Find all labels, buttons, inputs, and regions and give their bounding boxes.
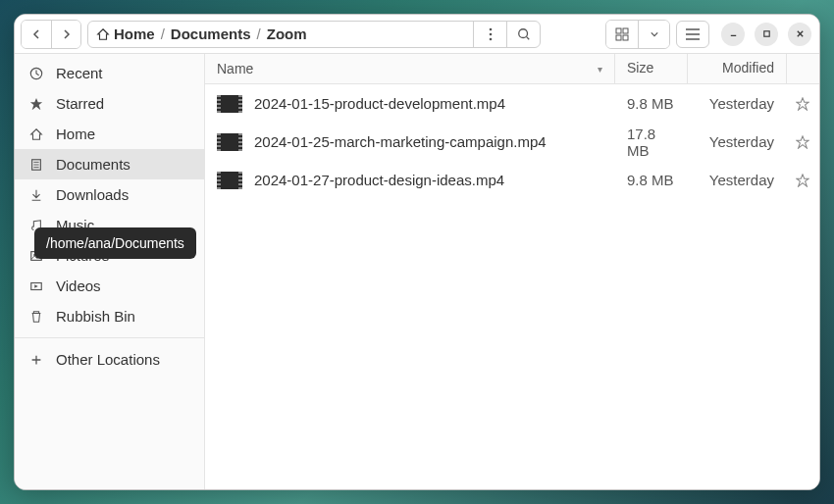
breadcrumb-current[interactable]: Zoom bbox=[267, 25, 307, 42]
videos-icon bbox=[28, 279, 44, 293]
file-size: 9.8 MB bbox=[615, 95, 688, 112]
home-icon bbox=[96, 27, 110, 41]
file-row[interactable]: 2024-01-15-product-development.mp4 9.8 M… bbox=[205, 84, 819, 123]
documents-icon bbox=[28, 158, 44, 172]
svg-rect-13 bbox=[763, 31, 768, 36]
file-modified: Yesterday bbox=[688, 133, 786, 150]
path-tooltip: /home/ana/Documents bbox=[34, 227, 196, 259]
hamburger-icon bbox=[686, 28, 700, 40]
sidebar-item-label: Other Locations bbox=[56, 351, 160, 368]
star-outline-icon bbox=[796, 97, 809, 111]
sidebar-item-home[interactable]: Home bbox=[15, 119, 204, 149]
file-name: 2024-01-25-march-marketing-campaign.mp4 bbox=[254, 133, 547, 150]
video-file-icon bbox=[217, 133, 242, 151]
star-toggle[interactable] bbox=[786, 97, 819, 111]
file-row[interactable]: 2024-01-27-product-design-ideas.mp4 9.8 … bbox=[205, 161, 819, 199]
column-header-star bbox=[786, 54, 819, 83]
file-name: 2024-01-15-product-development.mp4 bbox=[254, 95, 505, 112]
window-body: Recent Starred Home Documents Downloads … bbox=[15, 54, 819, 489]
column-header-modified[interactable]: Modified bbox=[688, 54, 786, 83]
breadcrumb-separator: / bbox=[257, 25, 261, 42]
chevron-down-icon bbox=[651, 30, 658, 38]
svg-point-3 bbox=[518, 28, 527, 37]
column-header-size[interactable]: Size bbox=[615, 54, 688, 83]
sidebar-item-other-locations[interactable]: Other Locations bbox=[15, 344, 204, 375]
plus-icon bbox=[28, 353, 44, 367]
star-toggle[interactable] bbox=[786, 174, 819, 187]
sort-indicator-icon: ▾ bbox=[598, 64, 602, 75]
sidebar-item-downloads[interactable]: Downloads bbox=[15, 179, 204, 210]
sidebar-item-label: Rubbish Bin bbox=[56, 308, 135, 325]
breadcrumb-documents-label: Documents bbox=[171, 25, 251, 42]
sidebar-separator bbox=[15, 337, 204, 338]
back-button[interactable] bbox=[22, 21, 51, 48]
column-size-label: Size bbox=[627, 60, 653, 76]
file-list-pane: Name ▾ Size Modified 2024-01-15-product-… bbox=[205, 54, 819, 489]
file-name: 2024-01-27-product-design-ideas.mp4 bbox=[254, 172, 504, 188]
svg-point-2 bbox=[489, 37, 492, 40]
breadcrumb-current-label: Zoom bbox=[267, 25, 307, 42]
view-switcher bbox=[605, 20, 670, 49]
svg-point-1 bbox=[489, 32, 492, 35]
forward-button[interactable] bbox=[51, 21, 80, 48]
kebab-icon bbox=[489, 27, 493, 41]
svg-rect-7 bbox=[616, 35, 621, 40]
sidebar-item-label: Documents bbox=[56, 156, 130, 173]
file-manager-window: Home / Documents / Zoom bbox=[14, 14, 820, 490]
breadcrumb-documents[interactable]: Documents bbox=[171, 25, 251, 42]
main-menu-button[interactable] bbox=[676, 21, 709, 48]
grid-options-button[interactable] bbox=[638, 21, 669, 48]
sidebar-item-trash[interactable]: Rubbish Bin bbox=[15, 301, 204, 331]
file-row[interactable]: 2024-01-25-march-marketing-campaign.mp4 … bbox=[205, 123, 819, 161]
sidebar-item-label: Downloads bbox=[56, 186, 129, 203]
star-outline-icon bbox=[796, 135, 809, 149]
path-menu-button[interactable] bbox=[473, 22, 506, 47]
list-header: Name ▾ Size Modified bbox=[205, 54, 819, 84]
star-icon bbox=[28, 97, 44, 111]
file-size: 17.8 MB bbox=[615, 126, 688, 159]
breadcrumb-home[interactable]: Home bbox=[96, 25, 155, 42]
home-icon bbox=[28, 127, 44, 141]
star-toggle[interactable] bbox=[786, 135, 819, 149]
file-modified: Yesterday bbox=[688, 172, 786, 188]
search-icon bbox=[517, 27, 531, 41]
column-name-label: Name bbox=[217, 61, 253, 76]
download-icon bbox=[28, 188, 44, 202]
minimize-button[interactable] bbox=[721, 23, 745, 46]
svg-rect-8 bbox=[623, 35, 628, 40]
grid-icon bbox=[615, 27, 629, 41]
close-button[interactable] bbox=[788, 23, 811, 46]
sidebar-item-videos[interactable]: Videos bbox=[15, 271, 204, 301]
search-button[interactable] bbox=[506, 22, 540, 47]
sidebar-item-recent[interactable]: Recent bbox=[15, 58, 204, 88]
file-size: 9.8 MB bbox=[615, 172, 688, 188]
sidebar-item-label: Home bbox=[56, 126, 95, 142]
svg-line-4 bbox=[526, 36, 529, 39]
svg-point-0 bbox=[489, 27, 492, 30]
breadcrumb-separator: / bbox=[161, 25, 165, 42]
nav-buttons bbox=[21, 20, 81, 49]
maximize-button[interactable] bbox=[755, 23, 778, 46]
headerbar: Home / Documents / Zoom bbox=[15, 15, 819, 54]
svg-rect-5 bbox=[616, 28, 621, 33]
sidebar: Recent Starred Home Documents Downloads … bbox=[15, 54, 205, 489]
svg-rect-6 bbox=[623, 28, 628, 33]
file-modified: Yesterday bbox=[688, 95, 786, 112]
video-file-icon bbox=[217, 95, 242, 113]
sidebar-item-label: Starred bbox=[56, 95, 104, 112]
star-outline-icon bbox=[796, 174, 809, 187]
sidebar-item-documents[interactable]: Documents bbox=[15, 149, 204, 179]
sidebar-item-label: Recent bbox=[56, 65, 103, 81]
trash-icon bbox=[28, 310, 44, 324]
grid-view-button[interactable] bbox=[606, 21, 638, 48]
pathbar: Home / Documents / Zoom bbox=[87, 21, 541, 48]
column-header-name[interactable]: Name ▾ bbox=[205, 54, 615, 83]
window-controls bbox=[721, 23, 811, 46]
breadcrumb-home-label: Home bbox=[114, 25, 155, 42]
sidebar-item-label: Videos bbox=[56, 277, 101, 294]
sidebar-item-starred[interactable]: Starred bbox=[15, 88, 204, 119]
column-modified-label: Modified bbox=[722, 60, 774, 76]
video-file-icon bbox=[217, 172, 242, 189]
clock-icon bbox=[28, 67, 44, 80]
